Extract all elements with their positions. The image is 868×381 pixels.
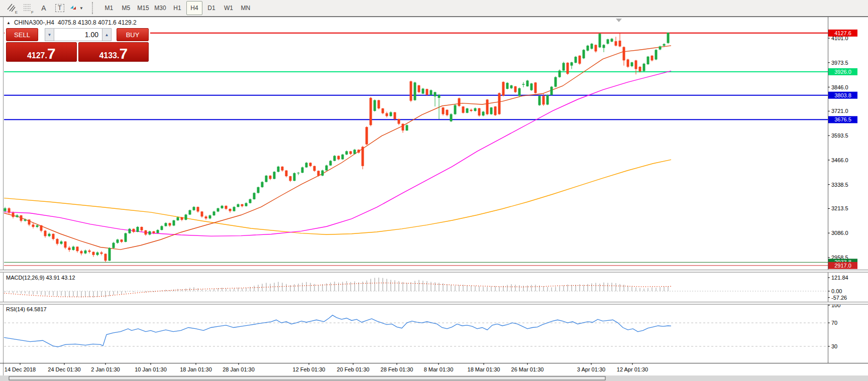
candle [20,215,23,222]
time-axis-label: 12 Feb 01:30 [293,366,325,372]
candle [470,108,473,112]
arrows-tool[interactable]: ▼ [68,1,84,15]
candle [273,171,276,179]
candle [313,166,316,172]
tab-timeframe-h4[interactable]: H4 [186,1,202,15]
tab-timeframe-m15[interactable]: M15 [135,1,151,15]
time-axis[interactable]: 14 Dec 201824 Dec 01:302 Jan 01:3010 Jan… [5,363,648,372]
panel-divider-rsi[interactable] [0,302,868,305]
candle [434,92,437,106]
svg-text:4127.6: 4127.6 [834,30,851,36]
time-axis-label: 20 Feb 01:30 [337,366,370,372]
candle [631,62,633,67]
sell-price-pip: 7 [47,48,56,60]
price-axis-label: 3846.0 [831,84,848,90]
candle [245,202,248,206]
candle [510,85,513,89]
candle [32,223,35,228]
candle [454,104,457,114]
candle [261,181,264,188]
arrows-icon [69,3,78,14]
candle [277,166,280,172]
macd-indicator-label: MACD(12,26,9) 43.91 43.12 [6,275,75,281]
candle [52,233,55,240]
tab-timeframe-m1[interactable]: M1 [101,1,117,15]
candle [567,62,569,75]
candle [362,146,364,170]
candle [213,211,215,216]
candle [225,205,228,210]
svg-text:3803.8: 3803.8 [834,92,851,98]
candle [446,109,449,116]
candle [137,226,139,232]
candle [571,62,573,69]
candle [269,175,272,180]
candle [285,170,288,178]
candle [104,253,107,263]
candle [16,214,19,218]
sell-button[interactable]: SELL [6,28,38,41]
candle [205,215,207,220]
candle [498,92,501,114]
candle [342,154,344,160]
panel-divider-macd[interactable] [0,270,868,273]
candle [241,204,244,207]
candle [506,82,509,90]
candle [350,151,352,155]
candle [599,33,601,48]
buy-price-panel[interactable]: 4133.7 [78,42,149,62]
rsi-axis-label: 70 [831,320,837,326]
one-click-trading-widget: SELL ▼ 1.00 ▲ BUY 4127.7 4133.7 [6,28,149,62]
candle [522,82,525,87]
volume-increase-button[interactable]: ▲ [102,28,112,41]
candle [526,80,529,87]
chart-shift-marker-icon[interactable] [616,19,622,22]
price-axis-label: 3338.5 [831,182,848,188]
candle [494,106,497,116]
fibonacci-tool[interactable]: F [20,1,35,15]
candle [64,241,67,249]
candle [141,226,143,231]
tab-timeframe-m30[interactable]: M30 [152,1,168,15]
time-axis-label: 28 Feb 01:30 [381,366,413,372]
candle [161,225,163,230]
price-axis-label: 3086.0 [831,230,848,236]
candle [305,162,308,168]
toolbar-group-handle[interactable] [92,2,96,14]
price-badge: 4127.6 [828,30,857,37]
candle [514,86,517,93]
horizontal-scrollbar-thumb[interactable] [9,376,605,380]
volume-stepper: ▼ 1.00 ▲ [45,28,112,41]
tab-timeframe-m5[interactable]: M5 [118,1,134,15]
time-axis-label: 10 Jan 01:30 [135,366,167,372]
candle [96,251,99,256]
tab-timeframe-w1[interactable]: W1 [221,1,237,15]
time-axis-label: 26 Mar 01:30 [511,366,544,372]
candle [490,107,493,114]
candle [366,126,368,145]
symbol-header: ▲ CHINA300-,H4 4075.8 4130.8 4071.6 4129… [7,19,137,26]
sell-price-panel[interactable]: 4127.7 [6,42,77,62]
candle [551,86,553,95]
tab-timeframe-d1[interactable]: D1 [203,1,220,15]
text-label-tool[interactable]: T [52,1,67,15]
candle [8,207,11,214]
volume-input[interactable]: 1.00 [54,28,102,41]
svg-text:2917.0: 2917.0 [834,263,851,269]
buy-button[interactable]: BUY [117,28,149,41]
equidistant-channel-tool[interactable]: E [4,1,19,15]
candle [382,108,384,114]
tab-timeframe-mn[interactable]: MN [238,1,254,15]
tab-timeframe-h1[interactable]: H1 [169,1,185,15]
candle [149,231,151,235]
candle [643,63,645,72]
candle [402,123,404,133]
volume-decrease-button[interactable]: ▼ [45,28,54,41]
text-tool[interactable]: A [36,1,51,15]
collapse-triangle-icon[interactable]: ▲ [7,21,11,25]
price-axis-label: 3721.0 [831,108,848,114]
candle [28,219,31,226]
svg-text:3926.0: 3926.0 [834,69,851,75]
candle [165,222,167,226]
candle [607,39,609,44]
